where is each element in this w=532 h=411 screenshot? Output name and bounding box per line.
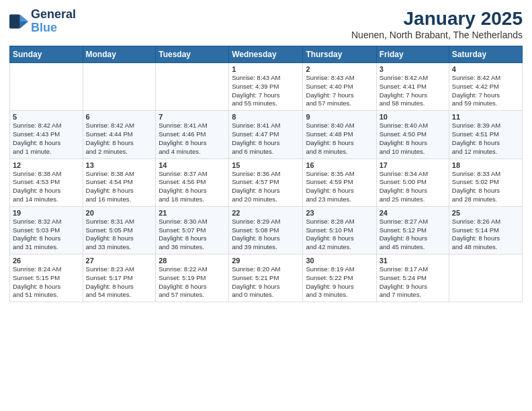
header: General Blue January 2025 Nuenen, North …: [9, 8, 523, 40]
calendar-cell: 4Sunrise: 8:42 AM Sunset: 4:42 PM Daylig…: [449, 63, 522, 111]
day-info: Sunrise: 8:17 AM Sunset: 5:24 PM Dayligh…: [380, 265, 446, 300]
calendar-body: 1Sunrise: 8:43 AM Sunset: 4:39 PM Daylig…: [10, 63, 523, 302]
calendar-cell: 23Sunrise: 8:28 AM Sunset: 5:10 PM Dayli…: [303, 206, 376, 254]
day-header-wednesday: Wednesday: [229, 46, 303, 63]
day-header-monday: Monday: [83, 46, 156, 63]
day-info: Sunrise: 8:42 AM Sunset: 4:43 PM Dayligh…: [13, 122, 80, 156]
day-info: Sunrise: 8:41 AM Sunset: 4:47 PM Dayligh…: [232, 122, 300, 156]
day-number: 19: [13, 209, 80, 217]
day-info: Sunrise: 8:24 AM Sunset: 5:15 PM Dayligh…: [13, 265, 80, 300]
calendar-cell: 10Sunrise: 8:40 AM Sunset: 4:50 PM Dayli…: [376, 111, 449, 158]
day-header-friday: Friday: [376, 46, 449, 63]
calendar-cell: 3Sunrise: 8:42 AM Sunset: 4:41 PM Daylig…: [376, 63, 449, 111]
day-number: 17: [380, 161, 446, 169]
calendar-cell: 9Sunrise: 8:40 AM Sunset: 4:48 PM Daylig…: [303, 111, 376, 158]
subtitle: Nuenen, North Brabant, The Netherlands: [351, 30, 523, 40]
day-info: Sunrise: 8:22 AM Sunset: 5:19 PM Dayligh…: [159, 265, 226, 300]
day-info: Sunrise: 8:38 AM Sunset: 4:53 PM Dayligh…: [13, 170, 80, 204]
day-header-saturday: Saturday: [449, 46, 522, 63]
day-info: Sunrise: 8:42 AM Sunset: 4:41 PM Dayligh…: [380, 74, 446, 108]
logo-icon: [9, 12, 28, 31]
day-number: 31: [380, 257, 446, 265]
calendar-cell: 21Sunrise: 8:30 AM Sunset: 5:07 PM Dayli…: [156, 206, 229, 254]
calendar-cell: 25Sunrise: 8:26 AM Sunset: 5:14 PM Dayli…: [449, 206, 522, 254]
day-header-thursday: Thursday: [303, 46, 376, 63]
logo-line1: General: [31, 8, 76, 21]
calendar-cell: 11Sunrise: 8:39 AM Sunset: 4:51 PM Dayli…: [449, 111, 522, 158]
day-number: 14: [159, 161, 226, 169]
calendar-cell: 15Sunrise: 8:36 AM Sunset: 4:57 PM Dayli…: [229, 158, 303, 206]
calendar-cell: 31Sunrise: 8:17 AM Sunset: 5:24 PM Dayli…: [376, 255, 449, 302]
day-number: 25: [452, 209, 519, 217]
logo-text: General Blue: [31, 8, 76, 35]
day-number: 12: [13, 161, 80, 169]
day-number: 27: [86, 257, 153, 265]
day-number: 5: [13, 113, 80, 121]
week-row-3: 12Sunrise: 8:38 AM Sunset: 4:53 PM Dayli…: [10, 158, 523, 206]
svg-marker-1: [20, 21, 28, 29]
day-number: 28: [159, 257, 226, 265]
day-number: 2: [306, 65, 373, 73]
week-row-1: 1Sunrise: 8:43 AM Sunset: 4:39 PM Daylig…: [10, 63, 523, 111]
calendar-cell: 30Sunrise: 8:19 AM Sunset: 5:22 PM Dayli…: [303, 255, 376, 302]
day-number: 23: [306, 209, 373, 217]
calendar-cell: [83, 63, 156, 111]
day-info: Sunrise: 8:29 AM Sunset: 5:08 PM Dayligh…: [232, 218, 300, 252]
week-row-4: 19Sunrise: 8:32 AM Sunset: 5:03 PM Dayli…: [10, 206, 523, 254]
day-number: 10: [380, 113, 446, 121]
day-info: Sunrise: 8:38 AM Sunset: 4:54 PM Dayligh…: [86, 170, 153, 204]
calendar-cell: 28Sunrise: 8:22 AM Sunset: 5:19 PM Dayli…: [156, 255, 229, 302]
week-row-2: 5Sunrise: 8:42 AM Sunset: 4:43 PM Daylig…: [10, 111, 523, 158]
calendar-cell: 7Sunrise: 8:41 AM Sunset: 4:46 PM Daylig…: [156, 111, 229, 158]
day-info: Sunrise: 8:43 AM Sunset: 4:39 PM Dayligh…: [232, 74, 300, 108]
calendar-cell: 19Sunrise: 8:32 AM Sunset: 5:03 PM Dayli…: [10, 206, 83, 254]
day-info: Sunrise: 8:30 AM Sunset: 5:07 PM Dayligh…: [159, 218, 226, 252]
day-info: Sunrise: 8:26 AM Sunset: 5:14 PM Dayligh…: [452, 218, 519, 252]
calendar-cell: 8Sunrise: 8:41 AM Sunset: 4:47 PM Daylig…: [229, 111, 303, 158]
day-number: 4: [452, 65, 519, 73]
day-number: 20: [86, 209, 153, 217]
day-info: Sunrise: 8:19 AM Sunset: 5:22 PM Dayligh…: [306, 265, 373, 300]
header-row: SundayMondayTuesdayWednesdayThursdayFrid…: [10, 46, 523, 63]
day-info: Sunrise: 8:42 AM Sunset: 4:44 PM Dayligh…: [86, 122, 153, 156]
day-info: Sunrise: 8:34 AM Sunset: 5:00 PM Dayligh…: [380, 170, 446, 204]
day-info: Sunrise: 8:43 AM Sunset: 4:40 PM Dayligh…: [306, 74, 373, 108]
calendar-cell: 13Sunrise: 8:38 AM Sunset: 4:54 PM Dayli…: [83, 158, 156, 206]
calendar-cell: 5Sunrise: 8:42 AM Sunset: 4:43 PM Daylig…: [10, 111, 83, 158]
calendar-cell: [449, 255, 522, 302]
day-info: Sunrise: 8:37 AM Sunset: 4:56 PM Dayligh…: [159, 170, 226, 204]
calendar-cell: 29Sunrise: 8:20 AM Sunset: 5:21 PM Dayli…: [229, 255, 303, 302]
calendar-cell: 18Sunrise: 8:33 AM Sunset: 5:02 PM Dayli…: [449, 158, 522, 206]
calendar-cell: 2Sunrise: 8:43 AM Sunset: 4:40 PM Daylig…: [303, 63, 376, 111]
day-number: 21: [159, 209, 226, 217]
calendar-cell: 12Sunrise: 8:38 AM Sunset: 4:53 PM Dayli…: [10, 158, 83, 206]
day-info: Sunrise: 8:41 AM Sunset: 4:46 PM Dayligh…: [159, 122, 226, 156]
day-number: 11: [452, 113, 519, 121]
page: General Blue January 2025 Nuenen, North …: [0, 0, 532, 411]
calendar-cell: 14Sunrise: 8:37 AM Sunset: 4:56 PM Dayli…: [156, 158, 229, 206]
calendar-cell: 1Sunrise: 8:43 AM Sunset: 4:39 PM Daylig…: [229, 63, 303, 111]
day-number: 7: [159, 113, 226, 121]
calendar-cell: 22Sunrise: 8:29 AM Sunset: 5:08 PM Dayli…: [229, 206, 303, 254]
day-number: 16: [306, 161, 373, 169]
day-info: Sunrise: 8:28 AM Sunset: 5:10 PM Dayligh…: [306, 218, 373, 252]
day-number: 6: [86, 113, 153, 121]
day-number: 30: [306, 257, 373, 265]
logo-line2: Blue: [31, 21, 57, 34]
title-block: January 2025 Nuenen, North Brabant, The …: [351, 8, 523, 40]
day-info: Sunrise: 8:20 AM Sunset: 5:21 PM Dayligh…: [232, 265, 300, 300]
calendar-header: SundayMondayTuesdayWednesdayThursdayFrid…: [10, 46, 523, 63]
day-number: 29: [232, 257, 300, 265]
day-number: 3: [380, 65, 446, 73]
day-info: Sunrise: 8:40 AM Sunset: 4:48 PM Dayligh…: [306, 122, 373, 156]
day-info: Sunrise: 8:40 AM Sunset: 4:50 PM Dayligh…: [380, 122, 446, 156]
day-number: 24: [380, 209, 446, 217]
calendar-cell: 26Sunrise: 8:24 AM Sunset: 5:15 PM Dayli…: [10, 255, 83, 302]
calendar-cell: 6Sunrise: 8:42 AM Sunset: 4:44 PM Daylig…: [83, 111, 156, 158]
calendar-cell: 27Sunrise: 8:23 AM Sunset: 5:17 PM Dayli…: [83, 255, 156, 302]
day-header-sunday: Sunday: [10, 46, 83, 63]
day-number: 9: [306, 113, 373, 121]
day-info: Sunrise: 8:42 AM Sunset: 4:42 PM Dayligh…: [452, 74, 519, 108]
svg-marker-0: [20, 14, 28, 21]
day-number: 18: [452, 161, 519, 169]
